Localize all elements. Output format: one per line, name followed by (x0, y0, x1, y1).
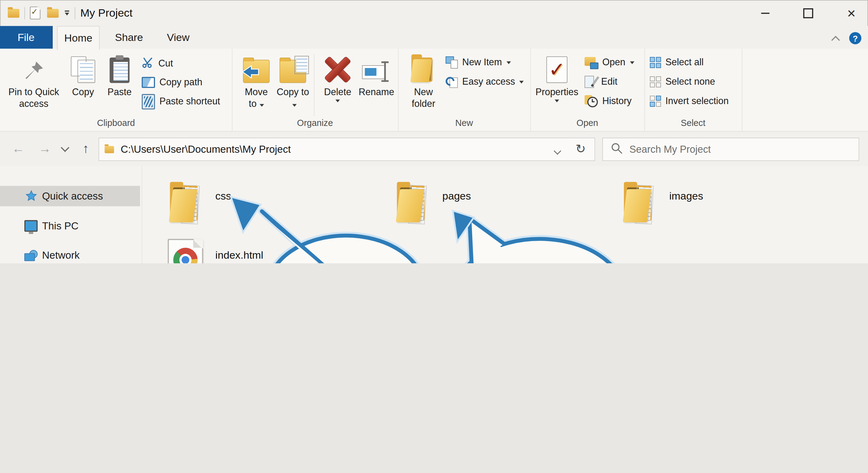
window-title: My Project (80, 7, 132, 20)
open-folder-icon (584, 57, 598, 68)
minimize-button[interactable] (748, 0, 782, 26)
copy-documents-icon (71, 53, 95, 83)
back-arrow-icon[interactable]: ← (8, 131, 29, 166)
network-icon (24, 250, 38, 261)
html-file-icon (168, 239, 203, 263)
close-button[interactable]: × (835, 0, 868, 26)
easy-access-button[interactable]: Easy access (446, 74, 524, 89)
ribbon-tabs: File Home Share View (0, 26, 868, 49)
select-none-button[interactable]: Select none (650, 74, 715, 89)
navigation-bar: ← → ↑ C:\Users\User\Documents\My Project… (0, 131, 868, 166)
monitor-icon (24, 220, 38, 232)
address-path: C:\Users\User\Documents\My Project (121, 143, 291, 156)
ribbon-group-open: Properties Open Edit History Open (530, 49, 645, 131)
tab-view[interactable]: View (158, 26, 199, 49)
minimize-icon (761, 12, 769, 13)
properties-button[interactable]: Properties (536, 51, 578, 120)
app-folder-icon (8, 9, 20, 18)
window-controls: × (748, 0, 868, 26)
address-bar[interactable]: C:\Users\User\Documents\My Project (99, 138, 568, 161)
dropdown-arrow-icon (630, 61, 634, 64)
file-explorer-window: My Project × File Home Share View Pin to… (0, 0, 868, 263)
dropdown-arrow-icon (555, 99, 559, 102)
speech-bubble-pages-arrow (437, 197, 670, 263)
folder-name: images (669, 190, 703, 203)
forward-arrow-icon[interactable]: → (34, 131, 55, 166)
divider (74, 7, 75, 19)
properties-icon (547, 53, 567, 83)
pin-to-quick-access-button[interactable]: Pin to Quick access (4, 51, 63, 120)
new-folder-button[interactable]: New folder (406, 51, 441, 120)
annotation-callout-css: Dentro de css: style.css (219, 182, 440, 263)
copy-path-button[interactable]: Copy path (142, 75, 203, 90)
scissors-icon (142, 56, 154, 71)
invert-selection-button[interactable]: Invert selection (650, 94, 729, 108)
speech-bubble-css-arrow (219, 182, 440, 263)
star-icon (24, 190, 38, 202)
annotation-callout-pages: Dentro de pages: contact.html, about.htm… (437, 197, 670, 263)
edit-button[interactable]: Edit (584, 74, 617, 89)
copy-to-folder-icon (280, 53, 306, 83)
rename-button[interactable]: Rename (358, 51, 395, 120)
ribbon: Pin to Quick access Copy Paste Cut (0, 49, 868, 132)
quick-access-toolbar-folder-icon[interactable] (47, 9, 59, 18)
clipboard-icon (110, 53, 130, 83)
dropdown-arrow-icon (335, 99, 340, 102)
new-item-button[interactable]: New Item (446, 56, 511, 70)
divider (24, 7, 25, 19)
move-to-button[interactable]: Move to (240, 51, 273, 120)
cut-button[interactable]: Cut (142, 56, 173, 71)
pushpin-icon (22, 53, 45, 83)
close-icon: × (847, 6, 855, 20)
paste-button[interactable]: Paste (103, 51, 136, 120)
dropdown-arrow-icon (292, 104, 296, 107)
group-label-organize: Organize (232, 118, 398, 128)
refresh-icon: ↻ (576, 142, 586, 157)
tab-share[interactable]: Share (108, 26, 150, 49)
sidebar-item-network[interactable]: Network (0, 245, 140, 263)
address-folder-icon (104, 146, 114, 153)
address-dropdown-chevron-icon[interactable] (554, 147, 561, 155)
select-all-icon (650, 57, 661, 68)
select-none-icon (650, 76, 661, 88)
select-all-button[interactable]: Select all (650, 56, 704, 70)
search-input[interactable] (628, 143, 841, 156)
refresh-button[interactable]: ↻ (567, 138, 595, 161)
history-icon (584, 95, 598, 107)
ribbon-group-select: Select all Select none Invert selection … (644, 49, 742, 131)
ribbon-group-clipboard: Pin to Quick access Copy Paste Cut (0, 49, 232, 131)
sidebar-item-quick-access[interactable]: Quick access (0, 186, 140, 206)
divider (314, 54, 314, 116)
collapse-ribbon-icon[interactable] (833, 35, 839, 41)
group-label-select: Select (644, 118, 742, 128)
tab-home[interactable]: Home (57, 26, 99, 49)
recent-locations-chevron-icon[interactable] (58, 131, 72, 166)
copy-button[interactable]: Copy (67, 51, 100, 120)
up-arrow-icon[interactable]: ↑ (75, 131, 96, 166)
open-button[interactable]: Open (584, 56, 634, 70)
quick-access-toolbar-properties-icon[interactable] (30, 7, 40, 20)
copy-to-button[interactable]: Copy to (276, 51, 309, 120)
search-icon (611, 142, 623, 157)
sidebar-item-this-pc[interactable]: This PC (0, 215, 140, 236)
delete-button[interactable]: Delete (320, 51, 355, 120)
dropdown-arrow-icon (506, 61, 511, 64)
move-to-folder-icon (243, 53, 270, 83)
group-label-open: Open (530, 118, 644, 128)
ribbon-group-new: New folder New Item Easy access New (398, 49, 531, 131)
history-button[interactable]: History (584, 94, 631, 108)
folder-icon (169, 181, 203, 222)
group-label-new: New (398, 118, 530, 128)
maximize-icon (803, 8, 813, 18)
paste-shortcut-button[interactable]: Paste shorteut (142, 95, 220, 109)
help-icon[interactable] (849, 32, 862, 44)
search-box[interactable] (602, 138, 859, 161)
dropdown-arrow-icon (519, 80, 524, 83)
maximize-button[interactable] (792, 0, 825, 26)
new-folder-icon (410, 53, 437, 83)
paste-shortcut-icon (142, 94, 155, 109)
customize-toolbar-dropdown-icon[interactable] (64, 10, 70, 16)
main-area: Quick access This PC Network css pages (0, 166, 868, 263)
tab-file[interactable]: File (0, 26, 53, 49)
edit-icon (584, 76, 597, 88)
